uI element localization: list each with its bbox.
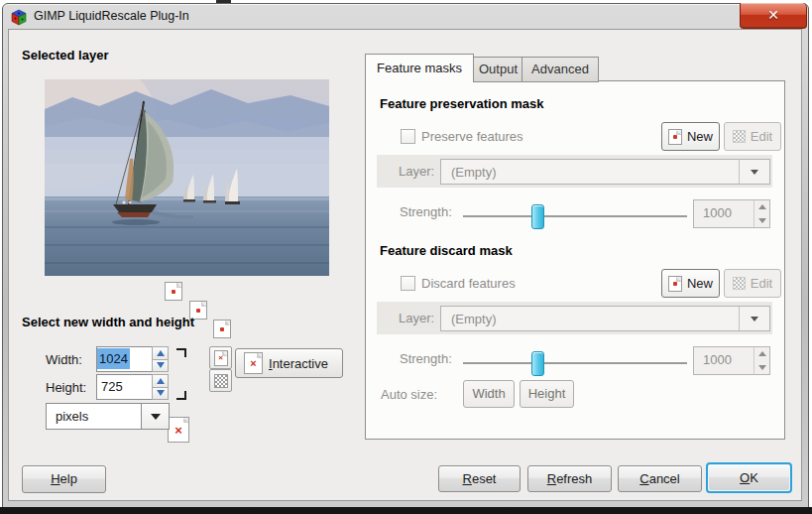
unit-dropdown-button[interactable] [141, 404, 169, 429]
up-arrow-icon [157, 378, 165, 384]
reset-button[interactable]: Reset [438, 465, 521, 492]
mask-pattern-button[interactable] [209, 369, 232, 392]
preservation-strength-arrows [754, 200, 769, 227]
help-button[interactable]: Help [22, 465, 106, 493]
ok-button[interactable]: OK [709, 465, 789, 490]
new-page-icon [668, 129, 682, 145]
autosize-width-label: Width [472, 386, 505, 401]
discard-layer-value: (Empty) [441, 312, 739, 326]
width-label: Width: [46, 352, 82, 367]
refresh-button-label: Refresh [547, 471, 593, 486]
tab-feature-masks[interactable]: Feature masks [365, 54, 474, 82]
ok-button-focus-ring: OK [706, 462, 792, 493]
chain-link-toggle-icon[interactable]: × [168, 417, 189, 443]
discard-layer-label: Layer: [399, 311, 434, 325]
edit-mask-icon [733, 130, 746, 143]
height-spin-up[interactable] [152, 374, 169, 388]
tab-output-label: Output [479, 62, 518, 76]
unit-dropdown[interactable]: pixels [46, 403, 170, 430]
discard-edit-label: Edit [751, 276, 772, 291]
close-button[interactable]: ✕ [740, 3, 807, 29]
preservation-edit-button[interactable]: Edit [724, 122, 781, 151]
preservation-new-button[interactable]: New [661, 122, 720, 151]
reset-size-button[interactable]: × [209, 346, 232, 369]
selected-layer-preview [45, 79, 329, 276]
preservation-strength-spinbox[interactable]: 1000 [693, 199, 770, 228]
height-spinner [152, 374, 169, 400]
page-red-x-icon: × [244, 352, 263, 374]
height-input[interactable]: 725 [96, 374, 153, 400]
discard-features-label: Discard features [421, 276, 516, 291]
discard-strength-value: 1000 [694, 347, 754, 374]
width-input[interactable]: 1024 [96, 346, 153, 372]
discard-layer-dropdown-button[interactable] [739, 307, 769, 330]
dropdown-arrow-icon [751, 170, 758, 175]
preservation-strength-down[interactable] [754, 214, 769, 228]
discard-strength-slider-thumb[interactable] [531, 351, 544, 376]
width-spinner [152, 346, 169, 372]
discard-features-checkbox[interactable] [401, 276, 415, 291]
edit-mask-icon [733, 277, 746, 290]
width-spin-down[interactable] [152, 360, 169, 373]
discard-strength-arrows [754, 347, 769, 374]
tab-advanced-label: Advanced [531, 62, 589, 76]
screen-bottom-edge [0, 507, 812, 514]
interactive-button[interactable]: × Interactive [235, 348, 343, 378]
discard-new-button[interactable]: New [661, 269, 720, 298]
discard-header: Feature discard mask [380, 243, 513, 258]
gimp-lqr-app-icon [10, 9, 28, 27]
discard-strength-label: Strength: [400, 351, 452, 366]
dropdown-arrow-icon [151, 414, 161, 420]
preservation-strength-slider-thumb[interactable] [531, 204, 544, 229]
discard-strength-down[interactable] [754, 361, 769, 375]
tab-advanced[interactable]: Advanced [522, 57, 599, 82]
preservation-header: Feature preservation mask [380, 96, 543, 111]
autosize-height-button[interactable]: Height [520, 380, 574, 408]
preserve-features-checkbox[interactable] [401, 129, 415, 144]
preservation-layer-value: (Empty) [441, 165, 739, 180]
new-page-icon [668, 276, 682, 292]
interactive-button-label: Interactive [269, 356, 328, 371]
preservation-strength-slider-track[interactable] [463, 215, 687, 217]
checkerboard-icon [214, 374, 228, 388]
dropdown-arrow-icon [751, 317, 758, 321]
height-spin-down[interactable] [152, 388, 169, 401]
discard-strength-slider-track[interactable] [463, 362, 687, 364]
help-button-label: Help [51, 471, 77, 486]
preservation-strength-label: Strength: [400, 204, 452, 219]
preservation-layer-dropdown[interactable]: (Empty) [440, 159, 770, 185]
tab-feature-masks-label: Feature masks [377, 61, 462, 75]
tab-output[interactable]: Output [473, 57, 523, 82]
width-spin-up[interactable] [152, 346, 169, 360]
discard-new-label: New [687, 276, 713, 291]
discard-edit-button[interactable]: Edit [724, 269, 781, 298]
discard-layer-dropdown[interactable]: (Empty) [440, 306, 770, 331]
chain-bracket-bottom [176, 391, 186, 400]
up-arrow-icon [157, 350, 165, 356]
refresh-button[interactable]: Refresh [527, 465, 612, 492]
width-value: 1024 [97, 348, 130, 369]
down-arrow-icon [157, 362, 165, 368]
height-value: 725 [97, 376, 127, 397]
preservation-edit-label: Edit [751, 129, 772, 144]
autosize-label: Auto size: [381, 387, 437, 402]
reset-button-label: Reset [463, 471, 497, 486]
autosize-width-button[interactable]: Width [463, 380, 515, 408]
ok-button-label: OK [740, 470, 758, 485]
preservation-layer-dropdown-button[interactable] [739, 160, 769, 184]
preservation-strength-up[interactable] [754, 200, 769, 214]
height-label: Height: [46, 380, 86, 395]
window-title: GIMP LiquidRescale Plug-In [34, 9, 189, 23]
cancel-button[interactable]: Cancel [618, 465, 702, 492]
layer-thumbnail-3 [213, 320, 231, 338]
discard-strength-up[interactable] [754, 347, 769, 361]
cancel-button-label: Cancel [639, 471, 679, 486]
preservation-strength-value: 1000 [694, 200, 754, 227]
screenshot-root: GIMP LiquidRescale Plug-In ✕ Selected la… [0, 0, 812, 514]
unit-selected-value: pixels [47, 409, 141, 424]
down-arrow-icon [157, 390, 165, 396]
close-icon: ✕ [741, 3, 806, 27]
preservation-layer-label: Layer: [399, 164, 434, 179]
preserve-features-label: Preserve features [421, 129, 523, 144]
discard-strength-spinbox[interactable]: 1000 [693, 346, 770, 375]
